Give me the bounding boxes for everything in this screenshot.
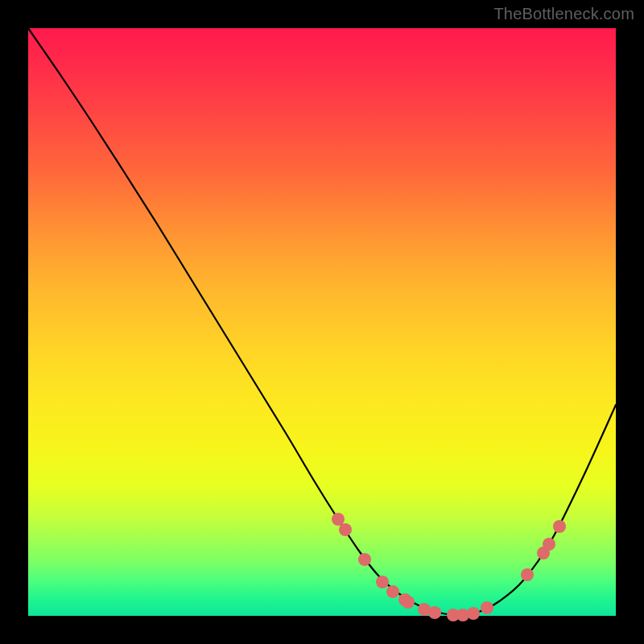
data-point-marker <box>358 553 371 566</box>
data-point-marker <box>481 601 493 614</box>
data-point-marker <box>553 520 566 533</box>
data-point-marker <box>428 606 441 619</box>
chart-frame: TheBottleneck.com <box>0 0 644 644</box>
chart-svg <box>28 28 616 616</box>
plot-area <box>28 28 616 616</box>
data-point-marker <box>332 513 345 526</box>
data-point-marker <box>521 568 534 581</box>
data-point-marker <box>543 538 555 551</box>
data-point-marker <box>339 523 352 536</box>
data-point-marker <box>467 607 480 620</box>
attribution-text: TheBottleneck.com <box>493 5 634 23</box>
bottleneck-curve <box>28 28 616 615</box>
marker-group <box>332 513 566 621</box>
data-point-marker <box>402 596 415 609</box>
data-point-marker <box>386 585 399 598</box>
data-point-marker <box>376 576 389 588</box>
